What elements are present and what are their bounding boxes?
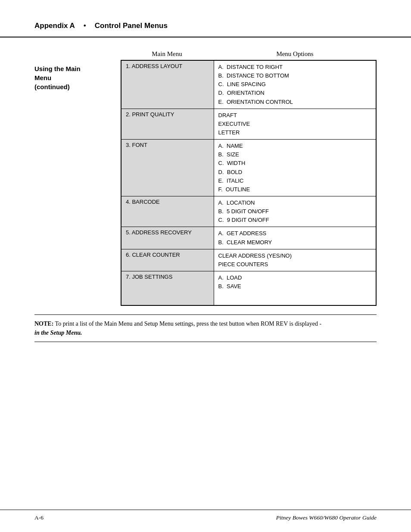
menu-item-7: 7. JOB SETTINGS — [121, 271, 214, 305]
footer-page-number: A-6 — [34, 514, 44, 521]
header-bullet: • — [84, 22, 86, 30]
menu-options-5: A. GET ADDRESSB. CLEAR MEMORY — [214, 227, 376, 249]
left-label-title: Using the Main Menu (continued) — [34, 64, 121, 91]
col-header-menu-options: Menu Options — [213, 50, 377, 58]
note-label: NOTE: — [34, 320, 53, 327]
col-header-main-menu: Main Menu — [121, 50, 213, 58]
column-headers: Main Menu Menu Options — [121, 50, 377, 58]
page-header: Appendix A • Control Panel Menus — [0, 0, 411, 37]
main-content: Main Menu Menu Options Using the Main Me… — [0, 37, 411, 510]
menu-table: 1. ADDRESS LAYOUT A. DISTANCE TO RIGHTB.… — [121, 60, 377, 306]
table-row: 7. JOB SETTINGS A. LOADB. SAVE — [121, 271, 376, 305]
table-row: 4. BARCODE A. LOCATIONB. 5 DIGIT ON/OFFC… — [121, 196, 376, 227]
section-heading: Using the Main Menu (continued) 1. ADDRE… — [34, 60, 377, 306]
label-line3: (continued) — [34, 83, 70, 90]
menu-options-6: CLEAR ADDRESS (YES/NO)PIECE COUNTERS — [214, 249, 376, 271]
note-text: NOTE: To print a list of the Main Menu a… — [34, 319, 377, 337]
header-appendix: Appendix A — [34, 22, 75, 30]
menu-item-1: 1. ADDRESS LAYOUT — [121, 60, 214, 109]
table-row: 6. CLEAR COUNTER CLEAR ADDRESS (YES/NO)P… — [121, 249, 376, 271]
note-italic: in the Setup Menu. — [34, 330, 82, 336]
left-label: Using the Main Menu (continued) — [34, 60, 121, 91]
menu-item-4: 4. BARCODE — [121, 196, 214, 227]
note-section: NOTE: To print a list of the Main Menu a… — [34, 314, 377, 342]
menu-options-3: A. NAMEB. SIZEC. WIDTHD. BOLDE. ITALICF.… — [214, 140, 376, 196]
table-row: 2. PRINT QUALITY DRAFTEXECUTIVELETTER — [121, 109, 376, 139]
page: Appendix A • Control Panel Menus Main Me… — [0, 0, 411, 532]
menu-item-3: 3. FONT — [121, 140, 214, 196]
menu-options-2: DRAFTEXECUTIVELETTER — [214, 109, 376, 139]
menu-options-7: A. LOADB. SAVE — [214, 271, 376, 305]
table-row: 5. ADDRESS RECOVERY A. GET ADDRESSB. CLE… — [121, 227, 376, 249]
menu-item-5: 5. ADDRESS RECOVERY — [121, 227, 214, 249]
menu-item-2: 2. PRINT QUALITY — [121, 109, 214, 139]
menu-item-6: 6. CLEAR COUNTER — [121, 249, 214, 271]
footer-product-name: Pitney Bowes W660/W680 Operator Guide — [276, 514, 377, 521]
table-row: 1. ADDRESS LAYOUT A. DISTANCE TO RIGHTB.… — [121, 60, 376, 109]
table-row: 3. FONT A. NAMEB. SIZEC. WIDTHD. BOLDE. … — [121, 140, 376, 196]
menu-options-4: A. LOCATIONB. 5 DIGIT ON/OFFC. 9 DIGIT O… — [214, 196, 376, 227]
header-title: Control Panel Menus — [95, 22, 168, 30]
menu-options-1: A. DISTANCE TO RIGHTB. DISTANCE TO BOTTO… — [214, 60, 376, 109]
page-footer: A-6 Pitney Bowes W660/W680 Operator Guid… — [0, 510, 411, 532]
label-line1: Using the Main — [34, 65, 81, 72]
label-line2: Menu — [34, 74, 51, 81]
note-body: To print a list of the Main Menu and Set… — [53, 320, 323, 327]
